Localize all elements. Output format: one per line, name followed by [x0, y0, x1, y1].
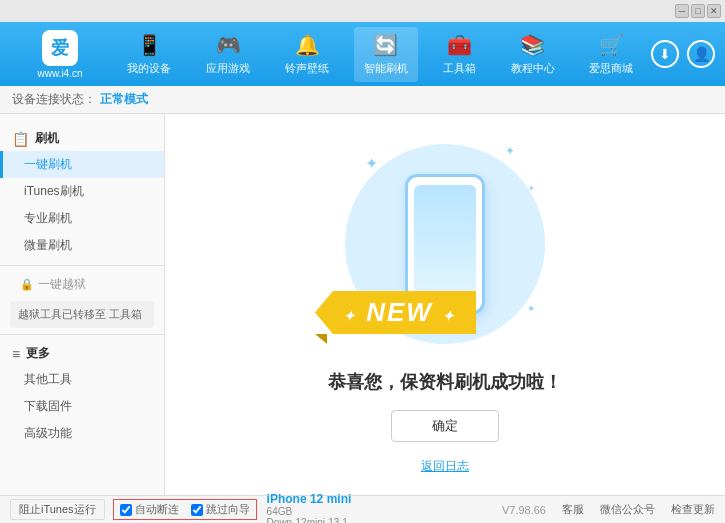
top-nav: 爱 www.i4.cn 📱 我的设备 🎮 应用游戏 🔔 铃声壁纸 🔄 智能刷机 …	[0, 22, 725, 86]
checkbox-group: 自动断连 跳过向导	[113, 499, 257, 520]
lock-icon: 🔒	[20, 278, 34, 291]
nav-apps-label: 应用游戏	[206, 61, 250, 76]
wechat-link[interactable]: 微信公众号	[600, 502, 655, 517]
new-badge-text: ✦ NEW ✦	[315, 291, 476, 334]
nav-tutorial[interactable]: 📚 教程中心	[501, 27, 565, 82]
new-ribbon: ✦ NEW ✦	[315, 291, 476, 344]
sidebar-item-itunes-flash[interactable]: iTunes刷机	[0, 178, 164, 205]
sidebar-info-box: 越狱工具已转移至 工具箱	[10, 301, 154, 328]
device-model: Down-12mini-13,1	[267, 517, 352, 524]
ringtone-icon: 🔔	[295, 33, 320, 57]
sidebar-item-save-flash[interactable]: 微量刷机	[0, 232, 164, 259]
skip-wizard-checkbox[interactable]: 跳过向导	[191, 502, 250, 517]
content-area: ✦ ✦ ✦ ✦ ✦ NEW ✦ 恭喜您，保资料刷机成功啦！ 确定 返回日志	[165, 114, 725, 495]
main-layout: 📋 刷机 一键刷机 iTunes刷机 专业刷机 微量刷机 🔒 一键越狱 越狱工具…	[0, 114, 725, 495]
download-firmware-label: 下载固件	[24, 399, 72, 413]
download-btn[interactable]: ⬇	[651, 40, 679, 68]
sidebar-item-pro-flash[interactable]: 专业刷机	[0, 205, 164, 232]
bottom-left: 阻止iTunes运行	[10, 499, 105, 520]
itunes-stop-btn[interactable]: 阻止iTunes运行	[10, 499, 105, 520]
nav-ringtone[interactable]: 🔔 铃声壁纸	[275, 27, 339, 82]
info-box-text: 越狱工具已转移至 工具箱	[18, 308, 142, 320]
divider-1	[0, 265, 164, 266]
nav-smart-flash[interactable]: 🔄 智能刷机	[354, 27, 418, 82]
nav-tools[interactable]: 🧰 工具箱	[433, 27, 486, 82]
status-label: 设备连接状态：	[12, 91, 96, 108]
nav-shop-label: 爱思商城	[589, 61, 633, 76]
tools-icon: 🧰	[447, 33, 472, 57]
flash-section-icon: 📋	[12, 131, 29, 147]
ribbon-shadow	[315, 334, 327, 344]
skip-wizard-label: 跳过向导	[206, 502, 250, 517]
sidebar-item-download-firmware[interactable]: 下载固件	[0, 393, 164, 420]
sidebar-item-other-tools[interactable]: 其他工具	[0, 366, 164, 393]
device-info: iPhone 12 mini 64GB Down-12mini-13,1	[267, 492, 352, 524]
apps-icon: 🎮	[216, 33, 241, 57]
one-click-flash-label: 一键刷机	[24, 157, 72, 171]
sidebar-section-more: ≡ 更多	[0, 341, 164, 366]
auto-close-label: 自动断连	[135, 502, 179, 517]
phone-screen	[414, 185, 476, 295]
title-bar: ─ □ ✕	[0, 0, 725, 22]
sparkle-3: ✦	[527, 303, 535, 314]
logo[interactable]: 爱 www.i4.cn	[10, 30, 110, 79]
more-section-title: 更多	[26, 345, 50, 362]
skip-wizard-input[interactable]	[191, 504, 203, 516]
flash-icon: 🔄	[373, 33, 398, 57]
nav-ringtone-label: 铃声壁纸	[285, 61, 329, 76]
more-section-icon: ≡	[12, 346, 20, 362]
nav-tutorial-label: 教程中心	[511, 61, 555, 76]
success-message: 恭喜您，保资料刷机成功啦！	[328, 370, 562, 394]
sparkle-1: ✦	[365, 154, 378, 173]
success-graphic: ✦ ✦ ✦ ✦ ✦ NEW ✦	[335, 134, 555, 354]
bottom-right: V7.98.66 客服 微信公众号 检查更新	[502, 502, 715, 517]
pro-flash-label: 专业刷机	[24, 211, 72, 225]
confirm-button[interactable]: 确定	[391, 410, 499, 442]
sparkle-4: ✦	[528, 184, 535, 193]
flash-section-title: 刷机	[35, 130, 59, 147]
device-name: iPhone 12 mini	[267, 492, 352, 506]
save-flash-label: 微量刷机	[24, 238, 72, 252]
itunes-flash-label: iTunes刷机	[24, 184, 84, 198]
logo-url: www.i4.cn	[37, 68, 82, 79]
status-bar: 设备连接状态： 正常模式	[0, 86, 725, 114]
sparkle-2: ✦	[505, 144, 515, 158]
nav-my-device[interactable]: 📱 我的设备	[117, 27, 181, 82]
customer-service-link[interactable]: 客服	[562, 502, 584, 517]
sidebar: 📋 刷机 一键刷机 iTunes刷机 专业刷机 微量刷机 🔒 一键越狱 越狱工具…	[0, 114, 165, 495]
sidebar-item-one-click-flash[interactable]: 一键刷机	[0, 151, 164, 178]
device-storage: 64GB	[267, 506, 352, 517]
sidebar-item-advanced[interactable]: 高级功能	[0, 420, 164, 447]
shop-icon: 🛒	[599, 33, 624, 57]
sidebar-section-jailbreak: 🔒 一键越狱	[0, 272, 164, 297]
minimize-btn[interactable]: ─	[675, 4, 689, 18]
back-link[interactable]: 返回日志	[421, 458, 469, 475]
nav-shop[interactable]: 🛒 爱思商城	[579, 27, 643, 82]
maximize-btn[interactable]: □	[691, 4, 705, 18]
auto-close-input[interactable]	[120, 504, 132, 516]
tutorial-icon: 📚	[520, 33, 545, 57]
check-update-link[interactable]: 检查更新	[671, 502, 715, 517]
version-text: V7.98.66	[502, 504, 546, 516]
status-value: 正常模式	[100, 91, 148, 108]
auto-close-checkbox[interactable]: 自动断连	[120, 502, 179, 517]
nav-right: ⬇ 👤	[651, 40, 715, 68]
nav-items: 📱 我的设备 🎮 应用游戏 🔔 铃声壁纸 🔄 智能刷机 🧰 工具箱 📚 教程中心…	[110, 27, 651, 82]
other-tools-label: 其他工具	[24, 372, 72, 386]
jailbreak-title: 一键越狱	[38, 276, 86, 293]
nav-my-device-label: 我的设备	[127, 61, 171, 76]
close-btn[interactable]: ✕	[707, 4, 721, 18]
account-btn[interactable]: 👤	[687, 40, 715, 68]
nav-apps-games[interactable]: 🎮 应用游戏	[196, 27, 260, 82]
device-icon: 📱	[137, 33, 162, 57]
advanced-label: 高级功能	[24, 426, 72, 440]
divider-2	[0, 334, 164, 335]
bottom-bar: 阻止iTunes运行 自动断连 跳过向导 iPhone 12 mini 64GB…	[0, 495, 725, 523]
nav-smart-flash-label: 智能刷机	[364, 61, 408, 76]
sidebar-section-flash: 📋 刷机	[0, 126, 164, 151]
nav-tools-label: 工具箱	[443, 61, 476, 76]
logo-icon: 爱	[42, 30, 78, 66]
